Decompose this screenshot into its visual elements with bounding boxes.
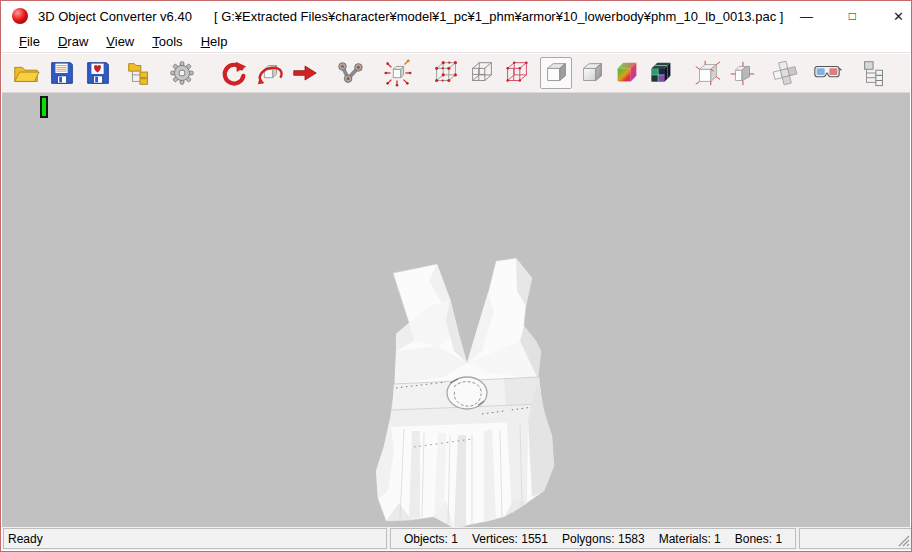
viewport-3d[interactable]	[2, 93, 910, 529]
unfold-uv-button[interactable]	[769, 57, 801, 89]
object-hierarchy-button[interactable]	[858, 57, 890, 89]
cube-corner-axes-icon	[692, 58, 722, 88]
show-cross-section-button[interactable]	[726, 57, 758, 89]
display-flat-shaded-button[interactable]	[540, 57, 572, 89]
window-controls: — □ ✕	[783, 1, 912, 31]
open-file-button[interactable]	[10, 57, 42, 89]
render-indicator	[40, 96, 48, 118]
cube-orbit-arrow-icon	[255, 58, 285, 88]
red-move-arrow-icon	[290, 58, 320, 88]
red-rotate-arrow-icon	[219, 58, 249, 88]
menu-view[interactable]: View	[97, 32, 143, 51]
cube-textured-icon	[646, 58, 676, 88]
floppy-disk-icon	[47, 58, 77, 88]
stat-bones: Bones: 1	[735, 532, 782, 546]
titlebar: 3D Object Converter v6.40 [ G:¥Extracted…	[2, 1, 910, 31]
document-path: [ G:¥Extracted Files¥character¥model¥1_p…	[214, 9, 783, 24]
display-material-colors-button[interactable]	[611, 57, 643, 89]
cube-flat-icon	[541, 58, 571, 88]
stat-vertices: Vertices: 1551	[472, 532, 548, 546]
app-icon	[12, 8, 28, 24]
cube-vertices-icon	[431, 58, 461, 88]
app-window: 3D Object Converter v6.40 [ G:¥Extracted…	[0, 0, 912, 552]
cut-cube-axes-icon	[727, 58, 757, 88]
gear-icon	[167, 58, 197, 88]
status-extra-panel	[799, 528, 912, 549]
save-file-button[interactable]	[46, 57, 78, 89]
display-textured-button[interactable]	[645, 57, 677, 89]
display-smooth-shaded-button[interactable]	[576, 57, 608, 89]
cube-wireframe-icon	[467, 58, 497, 88]
batch-convert-button[interactable]	[123, 57, 155, 89]
menu-help[interactable]: Help	[192, 32, 237, 51]
menu-draw[interactable]: Draw	[49, 32, 97, 51]
display-wireframe-button[interactable]	[466, 57, 498, 89]
close-button[interactable]: ✕	[875, 1, 912, 31]
explode-normals-button[interactable]	[381, 57, 413, 89]
floppy-heart-icon	[83, 58, 113, 88]
stat-materials: Materials: 1	[659, 532, 721, 546]
anaglyph-view-button[interactable]	[811, 57, 843, 89]
bones-joints-icon	[335, 58, 365, 88]
stat-objects: Objects: 1	[404, 532, 458, 546]
save-favorite-button[interactable]	[82, 57, 114, 89]
rotate-object-button[interactable]	[218, 57, 250, 89]
maximize-button[interactable]: □	[829, 1, 875, 31]
menu-tools[interactable]: Tools	[143, 32, 191, 51]
skeleton-bones-button[interactable]	[334, 57, 366, 89]
translate-object-button[interactable]	[289, 57, 321, 89]
minimize-button[interactable]: —	[783, 1, 829, 31]
3d-glasses-icon	[812, 58, 842, 88]
status-message: Ready	[3, 528, 387, 549]
statusbar: Ready Objects: 1 Vertices: 1551 Polygons…	[2, 527, 910, 550]
window-title: 3D Object Converter v6.40	[38, 9, 192, 24]
resize-grip[interactable]	[897, 534, 910, 547]
cube-wireframe-red-icon	[502, 58, 532, 88]
cube-rainbow-icon	[612, 58, 642, 88]
unfolded-cube-icon	[770, 58, 800, 88]
show-bounding-box-button[interactable]	[691, 57, 723, 89]
settings-button[interactable]	[166, 57, 198, 89]
stat-polygons: Polygons: 1583	[562, 532, 645, 546]
cube-rays-icon	[382, 58, 412, 88]
display-colored-wireframe-button[interactable]	[501, 57, 533, 89]
toolbar	[2, 54, 910, 93]
folder-tree-icon	[124, 58, 154, 88]
belt-buckle	[447, 377, 487, 409]
hierarchy-tree-icon	[859, 58, 889, 88]
display-vertices-button[interactable]	[430, 57, 462, 89]
menu-file[interactable]: File	[10, 32, 49, 51]
model-stats: Objects: 1 Vertices: 1551 Polygons: 1583…	[390, 528, 796, 549]
menubar: File Draw View Tools Help	[2, 31, 910, 53]
model-3d-dress[interactable]	[354, 251, 574, 541]
cube-smooth-icon	[577, 58, 607, 88]
rotate-view-button[interactable]	[254, 57, 286, 89]
open-folder-icon	[11, 58, 41, 88]
